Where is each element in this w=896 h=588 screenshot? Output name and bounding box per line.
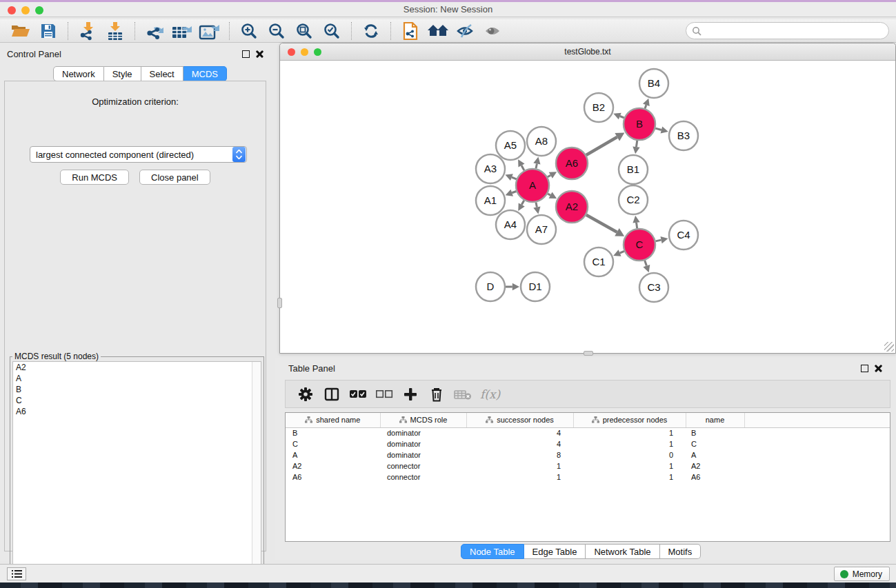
- network-window-titlebar[interactable]: testGlobe.txt: [280, 43, 895, 61]
- graph-edge-A-A7[interactable]: [536, 202, 537, 207]
- export-image-button[interactable]: [196, 20, 223, 42]
- zoom-selected-button[interactable]: [318, 20, 346, 42]
- graph-node-A5[interactable]: A5: [496, 131, 525, 160]
- table-cell[interactable]: 1: [466, 472, 573, 483]
- table-row[interactable]: Cdominator41C: [286, 438, 890, 449]
- column-header[interactable]: MCDS role: [380, 413, 466, 427]
- table-cell[interactable]: A6: [286, 472, 380, 483]
- column-header[interactable]: predecessor nodes: [573, 413, 686, 427]
- graph-node-C1[interactable]: C1: [584, 247, 613, 276]
- result-list-item[interactable]: A: [13, 373, 261, 384]
- hide-selected-button[interactable]: [452, 20, 479, 42]
- table-cell[interactable]: 1: [573, 460, 686, 472]
- delete-table-button[interactable]: [450, 383, 476, 406]
- minimize-window-icon[interactable]: [21, 6, 30, 14]
- tab-edge-table[interactable]: Edge Table: [524, 544, 586, 559]
- table-cell[interactable]: A2: [286, 460, 380, 472]
- net-close-icon[interactable]: [288, 48, 295, 56]
- graph-edge-C-C1[interactable]: [620, 251, 624, 253]
- close-panel-button[interactable]: Close panel: [139, 170, 210, 185]
- table-cell[interactable]: dominator: [380, 438, 466, 449]
- splitter-grip-horizontal[interactable]: [584, 351, 593, 356]
- graph-node-C[interactable]: C: [624, 229, 655, 261]
- table-settings-button[interactable]: [292, 383, 319, 406]
- show-all-button[interactable]: [479, 20, 507, 42]
- graph-node-D[interactable]: D: [476, 272, 505, 301]
- table-cell[interactable]: B: [286, 427, 380, 438]
- graph-node-D1[interactable]: D1: [521, 272, 550, 301]
- table-row[interactable]: Bdominator41B: [286, 427, 890, 438]
- column-header[interactable]: shared name: [286, 413, 380, 427]
- zoom-fit-button[interactable]: [290, 20, 318, 42]
- graph-edge-C-C3[interactable]: [645, 261, 647, 266]
- graph-edge-A-A8[interactable]: [536, 164, 537, 169]
- open-file-button[interactable]: [7, 20, 34, 42]
- import-table-button[interactable]: [101, 20, 129, 42]
- graph-edge-B-B2[interactable]: [620, 116, 624, 118]
- save-session-button[interactable]: [34, 20, 62, 42]
- graph-edge-B-B4[interactable]: [645, 105, 646, 108]
- table-cell[interactable]: 1: [466, 460, 573, 472]
- result-list-item[interactable]: C: [13, 395, 261, 406]
- graph-edge-C-C2[interactable]: [637, 223, 637, 228]
- export-table-button[interactable]: [168, 20, 196, 42]
- criterion-dropdown[interactable]: largest connected component (directed): [30, 146, 247, 163]
- clone-network-button[interactable]: [397, 20, 424, 42]
- delete-column-button[interactable]: [424, 383, 450, 406]
- table-cell[interactable]: connector: [380, 472, 466, 483]
- table-cell[interactable]: dominator: [380, 427, 466, 438]
- zoom-in-button[interactable]: [235, 20, 263, 42]
- float-panel-icon[interactable]: [242, 50, 250, 58]
- zoom-window-icon[interactable]: [35, 6, 43, 14]
- graph-edge-B-B3[interactable]: [655, 128, 661, 130]
- graph-edge-C-C4[interactable]: [655, 240, 661, 241]
- graph-node-A6[interactable]: A6: [556, 148, 588, 179]
- net-zoom-icon[interactable]: [314, 48, 321, 56]
- table-cell[interactable]: 1: [573, 427, 686, 438]
- graph-node-C2[interactable]: C2: [619, 185, 648, 214]
- table-cell[interactable]: 4: [466, 427, 573, 438]
- tab-network-table[interactable]: Network Table: [586, 544, 659, 559]
- search-field[interactable]: [686, 22, 889, 39]
- table-cell[interactable]: A: [286, 449, 380, 460]
- search-input[interactable]: [705, 26, 877, 36]
- graph-edge-A2-C[interactable]: [586, 215, 617, 232]
- close-window-icon[interactable]: [8, 6, 16, 14]
- mcds-result-list[interactable]: A2ABCA6: [12, 361, 261, 586]
- export-network-button[interactable]: [141, 20, 168, 42]
- graph-node-A[interactable]: A: [516, 169, 549, 202]
- table-cell[interactable]: connector: [380, 460, 466, 472]
- graph-node-B3[interactable]: B3: [669, 121, 698, 150]
- graph-edge-A-A6[interactable]: [548, 175, 551, 177]
- graph-node-A2[interactable]: A2: [556, 191, 588, 223]
- graph-node-A4[interactable]: A4: [496, 210, 525, 239]
- graph-edge-A-A2[interactable]: [548, 194, 550, 195]
- table-cell[interactable]: dominator: [380, 449, 466, 460]
- tab-node-table[interactable]: Node Table: [461, 544, 524, 559]
- result-list-item[interactable]: A2: [13, 362, 261, 373]
- tab-mcds[interactable]: MCDS: [183, 66, 227, 81]
- show-column-button[interactable]: [319, 383, 345, 406]
- graph-edge-A-A5[interactable]: [521, 165, 524, 170]
- graph-edge-B-B1[interactable]: [636, 141, 637, 147]
- function-builder-button[interactable]: f(x): [480, 387, 500, 401]
- table-cell[interactable]: C: [686, 438, 744, 449]
- float-table-panel-icon[interactable]: [861, 365, 868, 372]
- tab-select[interactable]: Select: [141, 66, 183, 81]
- table-cell[interactable]: C: [286, 438, 380, 449]
- table-cell[interactable]: B: [686, 427, 744, 438]
- result-scrollbar[interactable]: [252, 362, 261, 585]
- show-panels-button[interactable]: [7, 567, 26, 580]
- first-neighbors-button[interactable]: [424, 20, 452, 42]
- network-canvas[interactable]: B4B2BB3A5A8A6A3B1AC2A1A2A4A7C4CC1C3DD1: [280, 61, 895, 353]
- resize-grip-icon[interactable]: [884, 342, 894, 352]
- zoom-out-button[interactable]: [263, 20, 290, 42]
- close-panel-icon[interactable]: [256, 50, 263, 58]
- tab-network[interactable]: Network: [53, 66, 104, 81]
- graph-node-C4[interactable]: C4: [669, 221, 698, 250]
- graph-node-A1[interactable]: A1: [476, 186, 505, 215]
- tab-motifs[interactable]: Motifs: [660, 544, 701, 559]
- graph-node-A8[interactable]: A8: [527, 127, 556, 156]
- table-cell[interactable]: 1: [573, 438, 686, 449]
- close-table-panel-icon[interactable]: [875, 365, 882, 372]
